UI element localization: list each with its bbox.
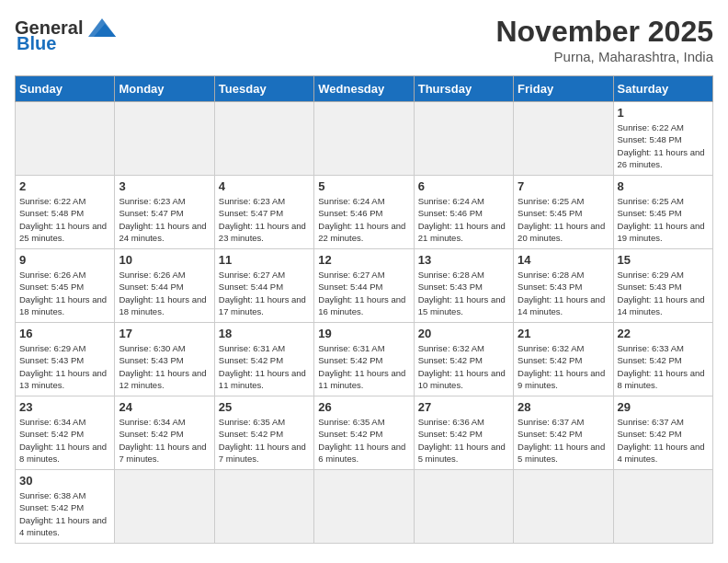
table-row: [414, 470, 513, 544]
day-number: 4: [219, 179, 310, 193]
cell-info: Sunrise: 6:34 AMSunset: 5:42 PMDaylight:…: [19, 416, 110, 465]
cell-info: Sunrise: 6:24 AMSunset: 5:46 PMDaylight:…: [418, 195, 509, 244]
day-number: 12: [318, 253, 409, 267]
table-row: 22Sunrise: 6:33 AMSunset: 5:42 PMDayligh…: [613, 323, 712, 396]
calendar-row: 16Sunrise: 6:29 AMSunset: 5:43 PMDayligh…: [16, 323, 713, 396]
cell-info: Sunrise: 6:29 AMSunset: 5:43 PMDaylight:…: [618, 269, 709, 317]
day-number: 16: [19, 327, 110, 340]
day-number: 22: [618, 327, 709, 340]
cell-info: Sunrise: 6:32 AMSunset: 5:42 PMDaylight:…: [518, 342, 609, 391]
table-row: 17Sunrise: 6:30 AMSunset: 5:43 PMDayligh…: [115, 323, 214, 396]
cell-info: Sunrise: 6:26 AMSunset: 5:44 PMDaylight:…: [119, 269, 210, 317]
day-number: 3: [119, 179, 210, 193]
cell-info: Sunrise: 6:38 AMSunset: 5:42 PMDaylight:…: [19, 489, 110, 538]
day-number: 17: [119, 327, 210, 340]
day-number: 2: [19, 179, 110, 193]
table-row: [214, 102, 313, 176]
day-number: 21: [518, 327, 609, 340]
table-row: [314, 470, 414, 544]
table-row: 28Sunrise: 6:37 AMSunset: 5:42 PMDayligh…: [514, 396, 613, 470]
calendar-row: 30Sunrise: 6:38 AMSunset: 5:42 PMDayligh…: [16, 470, 713, 544]
calendar: SundayMondayTuesdayWednesdayThursdayFrid…: [15, 75, 713, 544]
table-row: 27Sunrise: 6:36 AMSunset: 5:42 PMDayligh…: [414, 396, 513, 470]
cell-info: Sunrise: 6:35 AMSunset: 5:42 PMDaylight:…: [318, 416, 409, 465]
day-number: 25: [219, 400, 310, 414]
calendar-row: 9Sunrise: 6:26 AMSunset: 5:45 PMDaylight…: [16, 249, 713, 323]
cell-info: Sunrise: 6:34 AMSunset: 5:42 PMDaylight:…: [119, 416, 210, 465]
table-row: 16Sunrise: 6:29 AMSunset: 5:43 PMDayligh…: [16, 323, 115, 396]
calendar-row: 1Sunrise: 6:22 AMSunset: 5:48 PMDaylight…: [16, 102, 713, 176]
day-number: 5: [318, 179, 409, 193]
cell-info: Sunrise: 6:26 AMSunset: 5:45 PMDaylight:…: [19, 269, 110, 317]
table-row: [613, 470, 712, 544]
weekday-tuesday: Tuesday: [214, 76, 313, 102]
cell-info: Sunrise: 6:36 AMSunset: 5:42 PMDaylight:…: [418, 416, 509, 465]
cell-info: Sunrise: 6:32 AMSunset: 5:42 PMDaylight:…: [418, 342, 509, 391]
cell-info: Sunrise: 6:23 AMSunset: 5:47 PMDaylight:…: [119, 195, 210, 244]
day-number: 30: [19, 474, 110, 488]
calendar-row: 23Sunrise: 6:34 AMSunset: 5:42 PMDayligh…: [16, 396, 713, 470]
table-row: 13Sunrise: 6:28 AMSunset: 5:43 PMDayligh…: [414, 249, 513, 323]
cell-info: Sunrise: 6:28 AMSunset: 5:43 PMDaylight:…: [518, 269, 609, 317]
table-row: [115, 102, 214, 176]
table-row: 12Sunrise: 6:27 AMSunset: 5:44 PMDayligh…: [314, 249, 414, 323]
table-row: 3Sunrise: 6:23 AMSunset: 5:47 PMDaylight…: [115, 176, 214, 249]
weekday-friday: Friday: [514, 76, 613, 102]
cell-info: Sunrise: 6:28 AMSunset: 5:43 PMDaylight:…: [418, 269, 509, 317]
table-row: [314, 102, 414, 176]
table-row: 14Sunrise: 6:28 AMSunset: 5:43 PMDayligh…: [514, 249, 613, 323]
page-header: General Blue November 2025 Purna, Mahara…: [15, 15, 713, 64]
logo: General Blue: [15, 15, 119, 54]
cell-info: Sunrise: 6:24 AMSunset: 5:46 PMDaylight:…: [318, 195, 409, 244]
day-number: 8: [618, 179, 709, 193]
table-row: 8Sunrise: 6:25 AMSunset: 5:45 PMDaylight…: [613, 176, 712, 249]
cell-info: Sunrise: 6:25 AMSunset: 5:45 PMDaylight:…: [518, 195, 609, 244]
day-number: 28: [518, 400, 609, 414]
weekday-saturday: Saturday: [613, 76, 712, 102]
table-row: 2Sunrise: 6:22 AMSunset: 5:48 PMDaylight…: [16, 176, 115, 249]
table-row: 15Sunrise: 6:29 AMSunset: 5:43 PMDayligh…: [613, 249, 712, 323]
table-row: 6Sunrise: 6:24 AMSunset: 5:46 PMDaylight…: [414, 176, 513, 249]
table-row: 26Sunrise: 6:35 AMSunset: 5:42 PMDayligh…: [314, 396, 414, 470]
table-row: [214, 470, 313, 544]
calendar-row: 2Sunrise: 6:22 AMSunset: 5:48 PMDaylight…: [16, 176, 713, 249]
weekday-monday: Monday: [115, 76, 214, 102]
table-row: [514, 470, 613, 544]
table-row: 23Sunrise: 6:34 AMSunset: 5:42 PMDayligh…: [16, 396, 115, 470]
day-number: 18: [219, 327, 310, 340]
cell-info: Sunrise: 6:22 AMSunset: 5:48 PMDaylight:…: [618, 121, 709, 170]
table-row: [16, 102, 115, 176]
location: Purna, Maharashtra, India: [495, 49, 713, 64]
cell-info: Sunrise: 6:35 AMSunset: 5:42 PMDaylight:…: [219, 416, 310, 465]
day-number: 1: [618, 106, 709, 120]
day-number: 29: [618, 400, 709, 414]
table-row: 10Sunrise: 6:26 AMSunset: 5:44 PMDayligh…: [115, 249, 214, 323]
day-number: 23: [19, 400, 110, 414]
cell-info: Sunrise: 6:27 AMSunset: 5:44 PMDaylight:…: [318, 269, 409, 317]
title-area: November 2025 Purna, Maharashtra, India: [495, 15, 713, 64]
table-row: 29Sunrise: 6:37 AMSunset: 5:42 PMDayligh…: [613, 396, 712, 470]
day-number: 9: [19, 253, 110, 267]
cell-info: Sunrise: 6:22 AMSunset: 5:48 PMDaylight:…: [19, 195, 110, 244]
weekday-sunday: Sunday: [16, 76, 115, 102]
cell-info: Sunrise: 6:37 AMSunset: 5:42 PMDaylight:…: [618, 416, 709, 465]
month-title: November 2025: [495, 15, 713, 49]
cell-info: Sunrise: 6:33 AMSunset: 5:42 PMDaylight:…: [618, 342, 709, 391]
day-number: 13: [418, 253, 509, 267]
cell-info: Sunrise: 6:29 AMSunset: 5:43 PMDaylight:…: [19, 342, 110, 391]
day-number: 26: [318, 400, 409, 414]
day-number: 10: [119, 253, 210, 267]
table-row: [115, 470, 214, 544]
day-number: 7: [518, 179, 609, 193]
weekday-thursday: Thursday: [414, 76, 513, 102]
day-number: 24: [119, 400, 210, 414]
day-number: 15: [618, 253, 709, 267]
logo-icon: [85, 15, 119, 40]
cell-info: Sunrise: 6:31 AMSunset: 5:42 PMDaylight:…: [318, 342, 409, 391]
weekday-wednesday: Wednesday: [314, 76, 414, 102]
table-row: 19Sunrise: 6:31 AMSunset: 5:42 PMDayligh…: [314, 323, 414, 396]
day-number: 6: [418, 179, 509, 193]
weekday-header-row: SundayMondayTuesdayWednesdayThursdayFrid…: [16, 76, 713, 102]
table-row: 9Sunrise: 6:26 AMSunset: 5:45 PMDaylight…: [16, 249, 115, 323]
table-row: 5Sunrise: 6:24 AMSunset: 5:46 PMDaylight…: [314, 176, 414, 249]
